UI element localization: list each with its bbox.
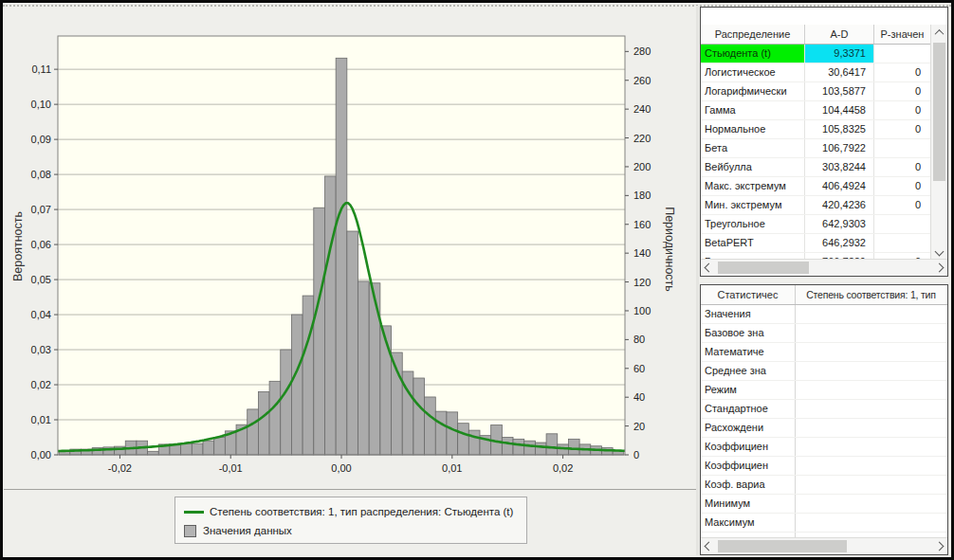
hscroll-thumb[interactable] (718, 262, 809, 274)
chevron-right-icon (935, 263, 945, 273)
svg-text:0: 0 (633, 449, 639, 461)
table-row[interactable]: Вейбулла303,82440 (701, 158, 930, 177)
statistics-table-panel: СтатистичесСтепень соответствия: 1, типЗ… (700, 284, 948, 555)
fit-column-header[interactable]: A-D (805, 25, 874, 44)
app-window: 0,000,010,020,030,040,050,060,070,080,09… (0, 0, 954, 560)
statistic-value-cell (796, 514, 946, 532)
svg-text:160: 160 (633, 219, 651, 230)
hscroll-thumb[interactable] (718, 540, 847, 552)
chevron-left-icon (705, 542, 714, 551)
fit-table-vscrollbar[interactable] (930, 25, 947, 260)
statistic-value-cell (796, 362, 946, 380)
legend-data-entry: Значения данных (184, 521, 518, 540)
ad-value-cell: 105,8325 (805, 120, 874, 138)
vertical-splitter-handle[interactable] (696, 6, 699, 555)
svg-text:140: 140 (633, 247, 651, 259)
distribution-name-cell: Вейбулла (701, 158, 805, 176)
distribution-name-cell: Мин. экстремум (701, 196, 805, 214)
svg-text:-0,01: -0,01 (219, 462, 243, 474)
ad-value-cell: 106,7922 (805, 139, 874, 157)
statistic-value-cell (796, 419, 946, 437)
svg-text:0,06: 0,06 (31, 239, 51, 250)
statistic-name-cell: Значения (701, 305, 796, 323)
list-item[interactable]: Среднее зна (701, 362, 947, 381)
list-item[interactable]: Коэффициен (701, 457, 947, 476)
svg-text:0,09: 0,09 (31, 134, 51, 145)
svg-text:280: 280 (633, 45, 651, 57)
ad-value-cell: 30,6417 (805, 63, 874, 81)
p-value-cell: 0 (874, 120, 930, 138)
list-item[interactable]: Режим (701, 381, 947, 400)
p-value-cell: 0 (874, 101, 930, 119)
scroll-left-button[interactable] (701, 260, 717, 276)
y-axis-left-ticks: 0,000,010,020,030,040,050,060,070,080,09… (31, 63, 58, 461)
ad-value-cell: 9,3371 (805, 45, 874, 63)
statistic-name-cell: Максимум (701, 514, 796, 532)
p-value-cell: 0 (874, 196, 930, 214)
statistic-value-cell (796, 457, 946, 475)
scroll-right-button[interactable] (931, 260, 947, 276)
table-row[interactable]: Нормальное105,83250 (701, 120, 930, 139)
svg-text:80: 80 (633, 334, 645, 345)
bottom-splitter-handle[interactable] (4, 489, 696, 490)
statistic-value-cell (796, 324, 946, 342)
statistic-name-cell: Базовое зна (701, 324, 796, 342)
y-axis-title-left: Вероятность (11, 190, 25, 303)
svg-text:240: 240 (633, 103, 651, 115)
distribution-name-cell: Треугольное (701, 215, 805, 233)
list-item[interactable]: Коэф. вариа (701, 476, 947, 495)
scroll-left-button[interactable] (701, 538, 717, 554)
list-item[interactable]: Базовое зна (701, 324, 947, 343)
list-item[interactable]: Значения (701, 305, 947, 324)
statistic-value-cell (796, 343, 946, 361)
p-value-cell (874, 234, 930, 252)
table-row[interactable]: BetaPERT646,2932 (701, 234, 930, 253)
table-row[interactable]: Логистическое30,64170 (701, 63, 930, 82)
statistic-name-cell: Расхождени (701, 419, 796, 437)
table-row[interactable]: Треугольное642,9303 (701, 215, 930, 234)
svg-text:0,02: 0,02 (553, 462, 573, 474)
statistic-value-cell (796, 495, 946, 513)
table-row[interactable]: Макс. экстремум406,49240 (701, 177, 930, 196)
ad-value-cell: 103,5877 (805, 82, 874, 100)
y-axis-title-right: Периодичность (663, 183, 676, 316)
fit-table-hscrollbar[interactable] (701, 259, 947, 276)
fit-ranking-table: РаспределениеA-DР-значенСтьюдента (t)9,3… (701, 25, 930, 272)
svg-text:0,08: 0,08 (31, 169, 51, 180)
svg-text:60: 60 (633, 363, 645, 374)
fit-column-header[interactable]: Распределение (701, 25, 805, 44)
list-item[interactable]: Максимум (701, 514, 947, 533)
data-values-swatch-icon (184, 525, 196, 537)
stats-column-header[interactable]: Статистичес (701, 285, 796, 304)
statistic-name-cell: Коэффициен (701, 457, 796, 475)
vscroll-thumb[interactable] (933, 43, 945, 181)
table-row[interactable]: Гамма104,44580 (701, 101, 930, 120)
statistic-value-cell (796, 305, 946, 323)
scroll-up-button[interactable] (931, 25, 947, 41)
fit-column-header[interactable]: Р-значен (874, 25, 930, 44)
svg-text:0,00: 0,00 (31, 449, 51, 461)
table-row[interactable]: Бета106,7922 (701, 139, 930, 158)
p-value-cell (874, 215, 930, 233)
statistic-name-cell: Стандартное (701, 400, 796, 418)
list-item[interactable]: Коэффициен (701, 438, 947, 457)
chevron-up-icon (935, 29, 945, 39)
distribution-name-cell: Гамма (701, 101, 805, 119)
svg-text:0,07: 0,07 (31, 204, 51, 215)
scroll-down-button[interactable] (931, 244, 947, 260)
list-item[interactable]: Математиче (701, 343, 947, 362)
statistic-name-cell: Минимум (701, 495, 796, 513)
stats-column-header[interactable]: Степень соответствия: 1, тип (796, 285, 946, 304)
list-item[interactable]: Минимум (701, 495, 947, 514)
chart-legend: Степень соответствия: 1, тип распределен… (174, 497, 527, 544)
scroll-right-button[interactable] (931, 538, 947, 554)
table-row[interactable]: Стьюдента (t)9,3371 (701, 45, 930, 63)
statistic-value-cell (796, 476, 946, 494)
list-item[interactable]: Расхождени (701, 419, 947, 438)
stats-table-hscrollbar[interactable] (701, 537, 947, 554)
list-item[interactable]: Стандартное (701, 400, 947, 419)
p-value-cell: 0 (874, 177, 930, 195)
table-row[interactable]: Логарифмически103,58770 (701, 82, 930, 101)
table-row[interactable]: Мин. экстремум420,42360 (701, 196, 930, 215)
svg-text:200: 200 (633, 161, 651, 172)
